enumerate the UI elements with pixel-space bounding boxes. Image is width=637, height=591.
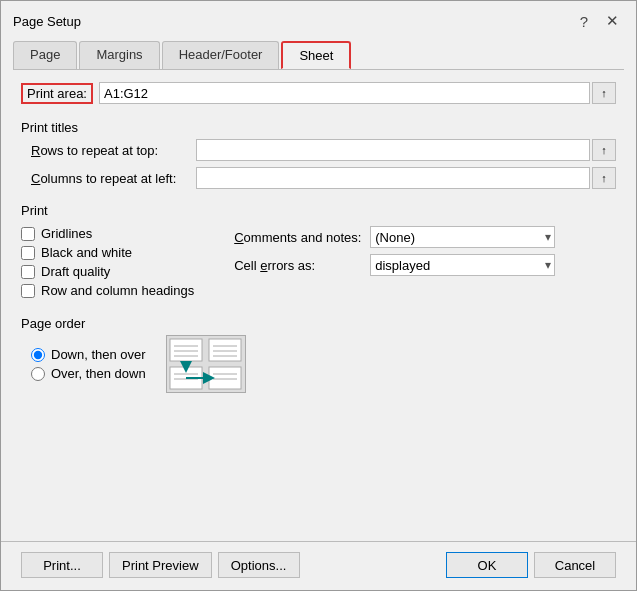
row-col-headings-checkbox[interactable] [21, 284, 35, 298]
print-area-upload-btn[interactable]: ↑ [592, 82, 616, 104]
cell-errors-select[interactable]: displayed blank -- #N/A [370, 254, 555, 276]
comments-select[interactable]: (None) At end of sheet As displayed on s… [370, 226, 555, 248]
black-white-row[interactable]: Black and white [21, 245, 194, 260]
cols-repeat-row: Columns to repeat at left: ↑ [31, 167, 616, 189]
print-checkboxes: Gridlines Black and white Draft quality … [21, 226, 194, 298]
page-order-diagram [166, 335, 246, 393]
print-button[interactable]: Print... [21, 552, 103, 578]
tab-bar: Page Margins Header/Footer Sheet [1, 41, 636, 69]
title-bar: Page Setup ? ✕ [1, 1, 636, 37]
cols-repeat-input[interactable] [196, 167, 590, 189]
print-preview-button[interactable]: Print Preview [109, 552, 212, 578]
gridlines-row[interactable]: Gridlines [21, 226, 194, 241]
down-then-over-row[interactable]: Down, then over [31, 347, 146, 362]
draft-quality-label: Draft quality [41, 264, 110, 279]
print-area-row: Print area: ↑ [21, 82, 616, 104]
close-button[interactable]: ✕ [600, 9, 624, 33]
down-then-over-label: Down, then over [51, 347, 146, 362]
print-options-area: Gridlines Black and white Draft quality … [21, 226, 616, 298]
row-col-headings-row[interactable]: Row and column headings [21, 283, 194, 298]
page-order-label: Page order [21, 316, 616, 331]
page-order-radio-group: Down, then over Over, then down [31, 347, 146, 381]
svg-rect-1 [209, 339, 241, 361]
print-titles-label: Print titles [21, 120, 616, 135]
svg-rect-0 [170, 339, 202, 361]
cols-repeat-upload-btn[interactable]: ↑ [592, 167, 616, 189]
footer-buttons: Print... Print Preview Options... OK Can… [1, 542, 636, 590]
rows-repeat-row: Rows to repeat at top: ↑ [31, 139, 616, 161]
page-order-area: Down, then over Over, then down [21, 335, 616, 393]
gridlines-checkbox[interactable] [21, 227, 35, 241]
footer-right-buttons: OK Cancel [446, 552, 616, 578]
dialog-title: Page Setup [13, 14, 81, 29]
cell-errors-select-wrapper: displayed blank -- #N/A [370, 254, 555, 276]
print-area-input[interactable] [99, 82, 590, 104]
cell-errors-row: Cell errors as: displayed blank -- #N/A [234, 254, 555, 276]
down-then-over-radio[interactable] [31, 348, 45, 362]
tab-header-footer[interactable]: Header/Footer [162, 41, 280, 69]
comments-row: Comments and notes: (None) At end of she… [234, 226, 555, 248]
print-dropdowns: Comments and notes: (None) At end of she… [234, 226, 555, 298]
comments-select-wrapper: (None) At end of sheet As displayed on s… [370, 226, 555, 248]
black-white-checkbox[interactable] [21, 246, 35, 260]
draft-quality-row[interactable]: Draft quality [21, 264, 194, 279]
gridlines-label: Gridlines [41, 226, 92, 241]
row-col-headings-label: Row and column headings [41, 283, 194, 298]
help-button[interactable]: ? [572, 9, 596, 33]
over-then-down-label: Over, then down [51, 366, 146, 381]
cell-errors-label: Cell errors as: [234, 258, 364, 273]
page-setup-dialog: Page Setup ? ✕ Page Margins Header/Foote… [0, 0, 637, 591]
rows-repeat-upload-btn[interactable]: ↑ [592, 139, 616, 161]
page-order-svg [168, 337, 244, 391]
draft-quality-checkbox[interactable] [21, 265, 35, 279]
footer-left-buttons: Print... Print Preview Options... [21, 552, 300, 578]
over-then-down-radio[interactable] [31, 367, 45, 381]
rows-repeat-input[interactable] [196, 139, 590, 161]
tab-sheet[interactable]: Sheet [281, 41, 351, 69]
print-section-label: Print [21, 203, 616, 218]
cancel-button[interactable]: Cancel [534, 552, 616, 578]
comments-label: Comments and notes: [234, 230, 364, 245]
ok-button[interactable]: OK [446, 552, 528, 578]
tab-page[interactable]: Page [13, 41, 77, 69]
rows-repeat-label: Rows to repeat at top: [31, 143, 196, 158]
print-area-label: Print area: [21, 83, 93, 104]
over-then-down-row[interactable]: Over, then down [31, 366, 146, 381]
page-order-section: Page order Down, then over Over, then do… [21, 308, 616, 393]
print-titles-section: Rows to repeat at top: ↑ Columns to repe… [31, 139, 616, 195]
tab-margins[interactable]: Margins [79, 41, 159, 69]
sheet-tab-content: Print area: ↑ Print titles Rows to repea… [1, 70, 636, 541]
options-button[interactable]: Options... [218, 552, 300, 578]
svg-rect-3 [209, 367, 241, 389]
cols-repeat-label: Columns to repeat at left: [31, 171, 196, 186]
black-white-label: Black and white [41, 245, 132, 260]
